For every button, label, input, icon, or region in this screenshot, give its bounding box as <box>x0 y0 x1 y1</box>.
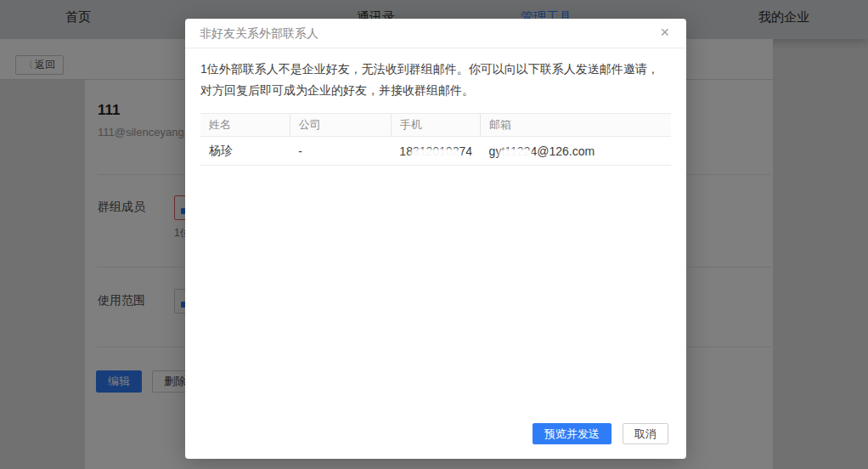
dialog-title: 非好友关系外部联系人 <box>200 26 318 40</box>
redaction-smudge: t1122 <box>501 144 530 158</box>
column-header-phone: 手机 <box>391 114 480 137</box>
contact-company: - <box>290 137 391 166</box>
column-header-email: 邮箱 <box>481 114 671 137</box>
app-window: 首页 通讯录 管理工具 我的企业 〈返回 111 111@silenceyang… <box>0 0 868 469</box>
dialog-body: 1位外部联系人不是企业好友，无法收到群组邮件。你可以向以下联系人发送邮件邀请，对… <box>185 48 686 166</box>
cancel-button[interactable]: 取消 <box>623 423 668 444</box>
external-contacts-table: 姓名 公司 手机 邮箱 杨珍 - 18312010274 gyt11224@12… <box>200 113 671 166</box>
table-row: 杨珍 - 18312010274 gyt11224@126.com <box>200 137 671 166</box>
contact-name: 杨珍 <box>200 137 290 166</box>
contact-phone: 18312010274 <box>391 137 480 166</box>
column-header-name: 姓名 <box>200 114 290 137</box>
dialog-footer: 预览并发送 取消 <box>533 423 668 444</box>
redaction-smudge: 3120102 <box>413 144 459 158</box>
column-header-company: 公司 <box>290 114 391 137</box>
table-header-row: 姓名 公司 手机 邮箱 <box>200 114 671 137</box>
dialog-header: 非好友关系外部联系人 × <box>185 19 686 48</box>
close-icon[interactable]: × <box>657 19 673 48</box>
dialog-description: 1位外部联系人不是企业好友，无法收到群组邮件。你可以向以下联系人发送邮件邀请，对… <box>200 59 663 101</box>
preview-and-send-button[interactable]: 预览并发送 <box>533 423 612 444</box>
external-contacts-dialog: 非好友关系外部联系人 × 1位外部联系人不是企业好友，无法收到群组邮件。你可以向… <box>185 19 686 459</box>
contact-email: gyt11224@126.com <box>481 137 671 166</box>
